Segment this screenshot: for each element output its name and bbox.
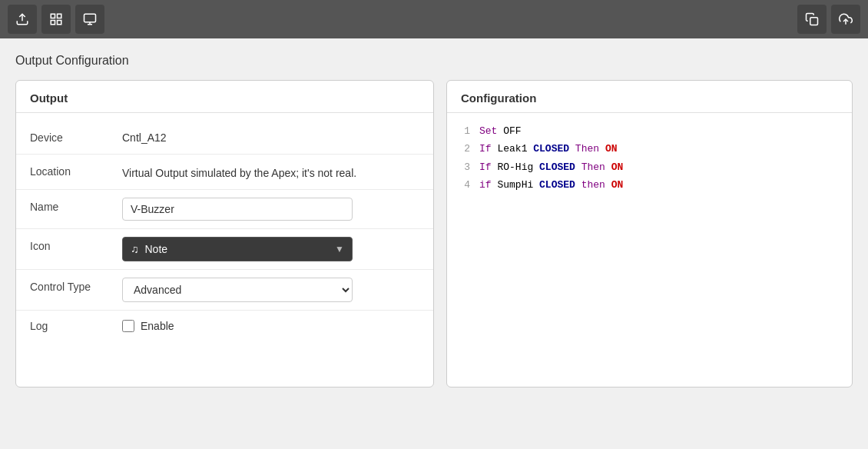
cloud-upload-button[interactable] (831, 5, 860, 34)
output-panel-body: Device Cntl_A12 Location Virtual Output … (16, 113, 433, 349)
icon-dropdown[interactable]: ♫ Note ▼ (122, 237, 353, 261)
svg-rect-3 (51, 21, 55, 25)
svg-rect-1 (51, 14, 55, 18)
name-label: Name (30, 198, 122, 213)
icon-dropdown-value: Note (145, 243, 168, 255)
sensor-3: RO-Hig (497, 161, 539, 173)
control-type-label: Control Type (30, 278, 122, 293)
display-button[interactable] (75, 5, 104, 34)
kw-off-1: OFF (503, 125, 521, 137)
device-value: Cntl_A12 (122, 128, 419, 144)
svg-rect-2 (58, 14, 61, 18)
main-content: Output Configuration Output Device Cntl_… (0, 38, 868, 449)
line-num-2: 2 (459, 140, 470, 158)
code-line-4: 4 if SumpHi CLOSED then ON (459, 176, 840, 194)
icon-dropdown-left: ♫ Note (131, 243, 167, 255)
kw-on-3: ON (611, 161, 624, 173)
kw-then-3: Then (581, 161, 605, 173)
line-num-1: 1 (459, 122, 470, 140)
config-panel-body: 1 Set OFF 2 If Leak1 CLOSED (447, 113, 852, 204)
kw-if-2: If (479, 143, 492, 155)
icon-dropdown-arrow: ▼ (335, 244, 344, 254)
toolbar-right (797, 5, 860, 34)
device-label: Device (30, 128, 122, 144)
log-row: Log Enable (16, 311, 433, 341)
toolbar-left (8, 5, 104, 34)
grid-button[interactable] (41, 5, 71, 34)
copy-button[interactable] (797, 5, 827, 34)
location-value: Virtual Output simulated by the Apex; it… (122, 162, 419, 181)
name-input[interactable] (122, 198, 353, 221)
code-content-4: if SumpHi CLOSED then ON (479, 176, 840, 194)
kw-on-2: ON (605, 143, 618, 155)
control-type-select[interactable]: Advanced Manual Auto (122, 278, 353, 302)
page-title: Output Configuration (15, 54, 853, 68)
log-label: Log (30, 320, 122, 332)
icon-row: Icon ♫ Note ▼ (16, 229, 433, 270)
panels-row: Output Device Cntl_A12 Location Virtual … (15, 80, 853, 387)
log-enable-checkbox[interactable] (122, 320, 134, 332)
location-row: Location Virtual Output simulated by the… (16, 155, 433, 190)
music-icon: ♫ (131, 243, 139, 255)
kw-if-lower-4: if (479, 179, 492, 191)
kw-closed-3: CLOSED (539, 161, 575, 173)
log-enable-label: Enable (141, 320, 174, 332)
output-panel: Output Device Cntl_A12 Location Virtual … (15, 80, 434, 387)
control-type-select-wrapper: Advanced Manual Auto (122, 278, 419, 302)
line-num-4: 4 (459, 176, 470, 194)
code-content-3: If RO-Hig CLOSED Then ON (479, 158, 840, 176)
code-line-3: 3 If RO-Hig CLOSED Then ON (459, 158, 840, 176)
output-panel-header: Output (16, 81, 433, 113)
kw-closed-4: CLOSED (539, 179, 575, 191)
kw-on-4: ON (611, 179, 624, 191)
kw-then-4: then (581, 179, 605, 191)
config-panel: Configuration 1 Set OFF 2 If L (446, 80, 853, 387)
kw-then-2: Then (575, 143, 599, 155)
log-checkbox-wrapper: Enable (122, 320, 174, 332)
line-num-3: 3 (459, 158, 470, 176)
icon-dropdown-wrapper: ♫ Note ▼ (122, 237, 419, 261)
code-line-1: 1 Set OFF (459, 122, 840, 140)
location-label: Location (30, 162, 122, 178)
svg-rect-4 (58, 21, 61, 25)
control-type-row: Control Type Advanced Manual Auto (16, 270, 433, 311)
kw-if-3: If (479, 161, 492, 173)
kw-set-1: Set (479, 125, 497, 137)
config-panel-header: Configuration (447, 81, 852, 113)
device-row: Device Cntl_A12 (16, 121, 433, 155)
code-line-2: 2 If Leak1 CLOSED Then ON (459, 140, 840, 158)
code-content-2: If Leak1 CLOSED Then ON (479, 140, 840, 158)
name-input-wrapper (122, 198, 419, 221)
upload-button[interactable] (8, 5, 37, 34)
sensor-4: SumpHi (497, 179, 539, 191)
code-content-1: Set OFF (479, 122, 840, 140)
kw-closed-2: CLOSED (533, 143, 569, 155)
svg-rect-8 (810, 18, 818, 25)
toolbar (0, 0, 868, 38)
name-row: Name (16, 190, 433, 229)
icon-label: Icon (30, 237, 122, 252)
svg-rect-5 (84, 14, 96, 22)
sensor-2: Leak1 (497, 143, 533, 155)
